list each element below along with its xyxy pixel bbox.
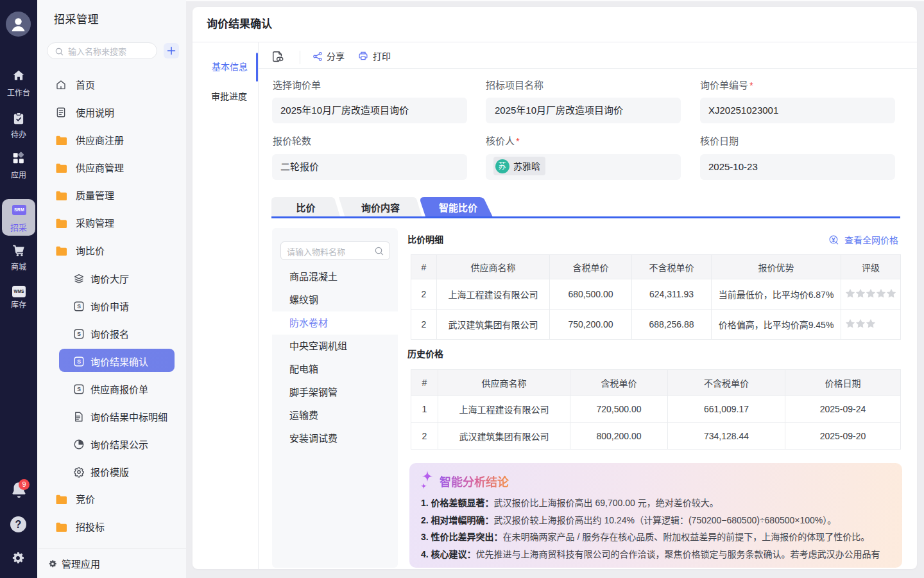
svg-text:S: S	[77, 303, 81, 310]
svg-text:S: S	[77, 386, 81, 392]
svg-text:S: S	[77, 358, 81, 365]
svg-text:S: S	[77, 331, 81, 337]
